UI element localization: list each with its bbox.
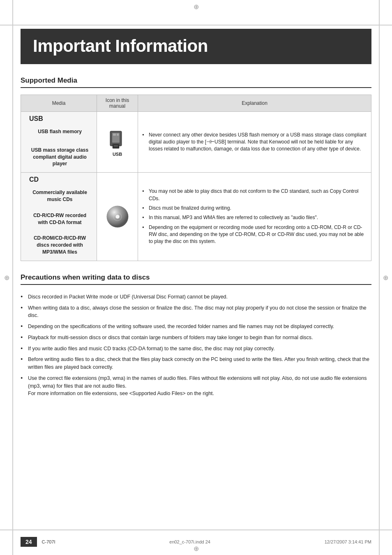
cd-icon-cell bbox=[97, 173, 138, 261]
page-number: 24 bbox=[21, 537, 37, 547]
table-row-cd: CD Commercially available music CDs CD-R… bbox=[21, 173, 371, 261]
page-title: Important Information bbox=[33, 36, 359, 56]
cd-explanation-item-2: Discs must be finalized during writing. bbox=[142, 204, 367, 213]
usb-icon-cell: USB bbox=[97, 112, 138, 173]
precautions-item-3: Depending on the specifications of the w… bbox=[21, 321, 371, 332]
usb-label-cell: USB USB flash memory USB mass storage cl… bbox=[21, 112, 97, 173]
cd-explanation-item-4: Depending on the equipment or recording … bbox=[142, 223, 367, 247]
border-left bbox=[12, 0, 13, 555]
usb-explanation-cell: Never connect any other device besides U… bbox=[138, 112, 371, 173]
page-content: Important Information Supported Media Me… bbox=[21, 29, 371, 399]
col-header-media: Media bbox=[21, 95, 97, 112]
precautions-list: Discs recorded in Packet Write mode or U… bbox=[21, 291, 371, 399]
footer: 24 C-707I en02_c-707i.indd 24 12/27/2007… bbox=[21, 537, 371, 547]
svg-point-8 bbox=[115, 215, 120, 219]
cd-explanation-item-3: In this manual, MP3 and WMA files are re… bbox=[142, 213, 367, 222]
precautions-item-1: Discs recorded in Packet Write mode or U… bbox=[21, 291, 371, 303]
reg-mark-left: ⊕ bbox=[3, 274, 10, 281]
usb-item-2: USB mass storage class compliant digital… bbox=[29, 145, 90, 169]
cd-item-2: CD-R/CD-RW recorded with CD-DA format bbox=[29, 210, 90, 228]
border-right bbox=[379, 0, 380, 555]
reg-mark-right: ⊕ bbox=[382, 274, 389, 281]
usb-icon bbox=[106, 128, 129, 150]
usb-icon-wrap: USB bbox=[101, 128, 134, 157]
usb-section-label: USB bbox=[29, 115, 43, 123]
precautions-heading: Precautions when writing data to discs bbox=[21, 273, 371, 285]
precautions-item-4: Playback for multi-session discs or disc… bbox=[21, 332, 371, 343]
col-header-explanation: Explanation bbox=[138, 95, 371, 112]
title-section: Important Information bbox=[21, 29, 371, 64]
cd-section-label: CD bbox=[29, 176, 39, 183]
cd-explanation-item-1: You may not be able to play discs that d… bbox=[142, 187, 367, 204]
reg-mark-top: ⊕ bbox=[193, 3, 199, 10]
precautions-item-6: Before writing audio files to a disc, ch… bbox=[21, 354, 371, 373]
usb-explanation-list: Never connect any other device besides U… bbox=[142, 130, 367, 154]
precautions-item-2: When writing data to a disc, always clos… bbox=[21, 303, 371, 321]
cd-item-1: Commercially available music CDs bbox=[29, 187, 90, 205]
border-top bbox=[0, 25, 392, 25]
product-label: C-707I bbox=[42, 539, 55, 544]
supported-media-heading: Supported Media bbox=[21, 76, 371, 88]
border-bottom bbox=[0, 530, 392, 530]
footer-filename: en02_c-707i.indd 24 bbox=[169, 539, 210, 544]
table-row-usb: USB USB flash memory USB mass storage cl… bbox=[21, 112, 371, 173]
precautions-item-5: If you write audio files and music CD tr… bbox=[21, 343, 371, 354]
cd-label-cell: CD Commercially available music CDs CD-R… bbox=[21, 173, 97, 261]
precautions-item-7: Use the correct file extensions (mp3, wm… bbox=[21, 373, 371, 399]
svg-rect-2 bbox=[113, 134, 116, 136]
cd-explanation-list: You may not be able to play discs that d… bbox=[142, 187, 367, 247]
svg-rect-5 bbox=[114, 146, 118, 146]
usb-icon-label: USB bbox=[113, 152, 122, 157]
cd-explanation-cell: You may not be able to play discs that d… bbox=[138, 173, 371, 261]
cd-item-3: CD-ROM/CD-R/CD-RW discs recorded with MP… bbox=[29, 233, 90, 257]
media-table: Media Icon in this manual Explanation US… bbox=[21, 95, 371, 261]
usb-item-1: USB flash memory bbox=[29, 127, 90, 137]
footer-date: 12/27/2007 3:14:41 PM bbox=[325, 539, 371, 544]
cd-icon bbox=[106, 205, 129, 229]
cd-icon-wrap bbox=[101, 205, 134, 229]
usb-explanation-item-1: Never connect any other device besides U… bbox=[142, 130, 367, 154]
precautions-section: Precautions when writing data to discs D… bbox=[21, 273, 371, 399]
supported-media-section: Supported Media Media Icon in this manua… bbox=[21, 76, 371, 261]
svg-rect-3 bbox=[117, 134, 119, 136]
col-header-icon: Icon in this manual bbox=[97, 95, 138, 112]
